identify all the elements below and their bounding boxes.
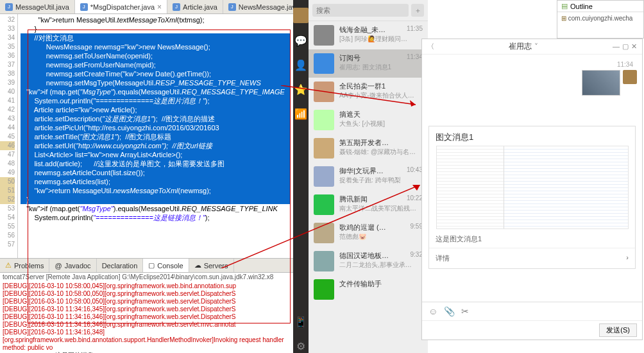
chevron-right-icon: › [626, 254, 629, 263]
conv-avatar [314, 25, 334, 46]
chat-send-row: 发送(S) [422, 320, 642, 340]
tab-label: *MsgDispatcher.java [90, 3, 155, 11]
emoji-icon[interactable]: ☺ [428, 306, 437, 316]
window-controls: — ▢ ✕ [613, 42, 637, 51]
conversation-list[interactable]: 钱海金融_未…11:35[3条] 阿珍🙋理财顾问…订阅号11:34崔用志: 图文… [309, 21, 428, 353]
package-icon: ⊞ [561, 15, 566, 22]
conv-name: 全民拍卖一群1 [339, 82, 386, 91]
chats-icon[interactable]: 💬 [294, 33, 308, 47]
thumb-card [582, 70, 620, 96]
conv-name: 御华|文玩界… [339, 166, 384, 176]
tab-messageutil[interactable]: JMessageUtil.java [0, 0, 75, 13]
conversation-item[interactable]: 第五期开发者…聂锐-烟雄: @深藏功与名… [309, 134, 428, 162]
article-subtitle: 这是图文消息1 [429, 233, 635, 248]
back-icon[interactable]: 〈 [427, 42, 434, 51]
conv-avatar [314, 110, 334, 130]
conv-subtitle: 南太平洋二战美军沉船残… [339, 204, 423, 213]
ide-pane: JMessageUtil.java J*MsgDispatcher.java× … [0, 0, 293, 353]
message-time: 11:34 [428, 61, 636, 68]
article-image [436, 146, 629, 229]
conv-avatar [314, 166, 334, 187]
conv-avatar [314, 194, 334, 215]
ctab-servers[interactable]: ☁Servers [189, 259, 234, 272]
editor-tabs: JMessageUtil.java J*MsgDispatcher.java× … [0, 0, 293, 14]
conv-avatar [314, 82, 334, 102]
gear-icon[interactable]: ⚙ [294, 339, 308, 353]
avatar[interactable] [293, 8, 309, 23]
ctab-problems[interactable]: ⚠Problems [0, 259, 49, 272]
conv-avatar [314, 279, 334, 300]
conversation-item[interactable]: 文件传输助手 [309, 275, 428, 304]
console-output[interactable]: [DEBUG][2016-03-10 10:58:00,045][org.spr… [0, 281, 293, 353]
servers-icon: ☁ [194, 261, 201, 270]
conv-subtitle: 崔用志: 图文消息1 [339, 63, 423, 72]
conv-name: 订阅号 [339, 53, 360, 63]
outline-title: Outline [570, 3, 593, 10]
java-icon: J [80, 3, 88, 11]
conv-avatar [314, 223, 334, 243]
thumb-message[interactable] [582, 70, 637, 96]
tab-label: Article.java [183, 3, 217, 11]
conv-name: 腾讯新闻 [339, 194, 368, 204]
ctab-console[interactable]: ▢Console [143, 259, 189, 272]
conv-time: 11:34 [407, 53, 423, 63]
attach-icon[interactable]: 📎 [444, 306, 455, 316]
conv-subtitle: 大鱼头: [小视频] [339, 119, 423, 128]
conversation-item[interactable]: 摘遮天大鱼头: [小视频] [309, 106, 428, 134]
maximize-icon[interactable]: ▢ [622, 42, 629, 51]
outline-body: ⊞ com.cuiyongzhi.wecha [557, 12, 643, 24]
conversation-item[interactable]: 歌鸡的逗遛 (…9:59范德彪🐷 [309, 219, 428, 247]
search-input[interactable] [312, 4, 409, 17]
wechat-panel: 💬 👤 ⭐ 📶 📱 ⚙ ＋ 钱海金融_未…11:35[3条] 阿珍🙋理财顾问…订… [293, 0, 421, 353]
conversation-column: ＋ 钱海金融_未…11:35[3条] 阿珍🙋理财顾问…订阅号11:34崔用志: … [309, 0, 428, 353]
conv-time: 11:35 [407, 25, 423, 35]
ctab-label: Servers [204, 262, 228, 270]
java-icon: J [228, 3, 236, 11]
chat-header: 〈 崔用志 ˅ — ▢ ✕ [422, 39, 642, 55]
wifi-icon[interactable]: 📶 [294, 107, 308, 121]
favorites-icon[interactable]: ⭐ [294, 82, 308, 96]
console-title: tomcat7Server [Remote Java Application] … [0, 273, 293, 281]
tab-label: MessageUtil.java [15, 3, 69, 11]
close-icon[interactable]: ✕ [631, 42, 637, 51]
scissors-icon[interactable]: ✂ [461, 306, 469, 316]
conversation-item[interactable]: 订阅号11:34崔用志: 图文消息1 [309, 49, 428, 78]
send-button[interactable]: 发送(S) [599, 323, 637, 337]
console-tabs: ⚠Problems @Javadoc Declaration ▢Console … [0, 259, 293, 273]
gutter: 3233343536373839404142434445464748495051… [0, 14, 18, 258]
conv-subtitle: 聂锐-烟雄: @深藏功与名… [339, 148, 423, 157]
sender-avatar [623, 70, 637, 84]
tab-article[interactable]: JArticle.java [167, 0, 223, 13]
code-area[interactable]: "kw">return MessageUtil.textMessageToXml… [18, 14, 293, 258]
ctab-declaration[interactable]: Declaration [97, 259, 144, 272]
article-more[interactable]: 详情 › [429, 248, 635, 268]
close-icon[interactable]: × [157, 3, 162, 12]
conversation-item[interactable]: 全民拍卖一群1AA李小宽-微来拍合伙人… [309, 78, 428, 106]
new-chat-button[interactable]: ＋ [411, 4, 424, 17]
conv-name: 第五期开发者… [339, 138, 389, 148]
conv-subtitle: 范德彪🐷 [339, 232, 423, 241]
conversation-item[interactable]: 德国汉诺地板…9:32二月二龙抬头,那事业承… [309, 247, 428, 275]
conv-avatar [314, 251, 334, 271]
contacts-icon[interactable]: 👤 [294, 58, 308, 72]
tab-msgdispatcher[interactable]: J*MsgDispatcher.java× [75, 0, 167, 13]
package-name: com.cuiyongzhi.wecha [568, 15, 633, 22]
chevron-down-icon[interactable]: ˅ [534, 42, 538, 51]
editor-body: 3233343536373839404142434445464748495051… [0, 14, 293, 258]
conversation-item[interactable]: 御华|文玩界…10:43捉着兔子跑: 跨年鸭梨 [309, 162, 428, 191]
conv-subtitle: 二月二龙抬头,那事业承… [339, 261, 423, 270]
conversation-item[interactable]: 腾讯新闻10:22南太平洋二战美军沉船残… [309, 191, 428, 219]
article-card[interactable]: 图文消息1 这是图文消息1 详情 › [428, 126, 636, 269]
conv-name: 歌鸡的逗遛 (… [339, 223, 386, 232]
javadoc-icon: @ [55, 262, 62, 270]
minimize-icon[interactable]: — [613, 42, 620, 51]
conversation-item[interactable]: 钱海金融_未…11:35[3条] 阿珍🙋理财顾问… [309, 21, 428, 49]
conv-avatar [314, 53, 334, 74]
conv-time: 10:43 [407, 166, 423, 176]
phone-icon[interactable]: 📱 [294, 314, 308, 329]
ctab-javadoc[interactable]: @Javadoc [49, 259, 96, 272]
article-title: 图文消息1 [429, 126, 635, 146]
conv-name: 钱海金融_未… [339, 25, 386, 35]
console-panel: ⚠Problems @Javadoc Declaration ▢Console … [0, 258, 293, 353]
conv-avatar [314, 138, 334, 159]
